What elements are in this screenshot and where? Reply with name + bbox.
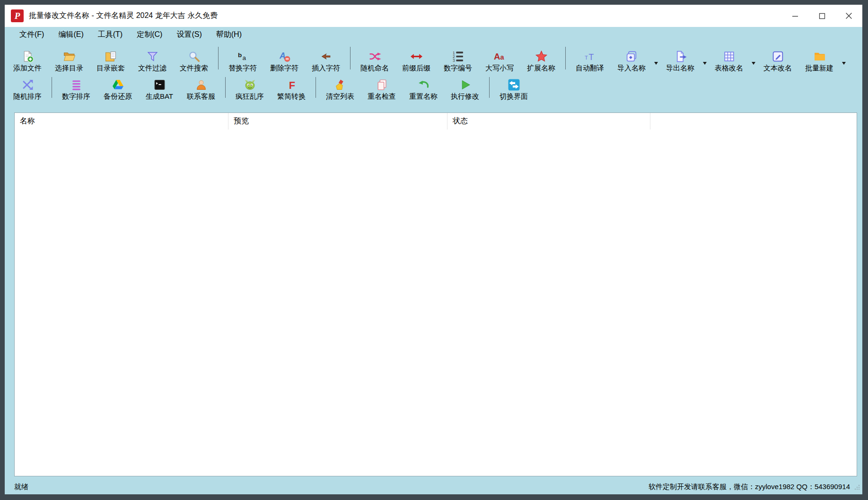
numbering-icon: 123 bbox=[452, 50, 465, 63]
toolbar-separator bbox=[218, 47, 219, 69]
replace-chars-icon: ba bbox=[237, 50, 249, 63]
dropdown-arrow-icon[interactable] bbox=[752, 62, 755, 67]
toolbar-button-contact-support[interactable]: 联系客服 bbox=[180, 74, 222, 102]
toolbar-button-traditional-simplified[interactable]: F繁简转换 bbox=[271, 74, 312, 102]
toolbar-button-export-names[interactable]: 导出名称 bbox=[659, 43, 701, 74]
toolbar-button-translate[interactable]: TT自动翻译 bbox=[569, 43, 611, 74]
menu-custom[interactable]: 定制(C) bbox=[130, 27, 169, 42]
toolbar-button-delete-chars[interactable]: A删除字符 bbox=[263, 43, 305, 74]
column-header-name[interactable]: 名称 bbox=[15, 113, 228, 129]
search-icon bbox=[188, 50, 201, 63]
delete-chars-icon: A bbox=[278, 50, 291, 63]
menu-settings[interactable]: 设置(S) bbox=[169, 27, 209, 42]
toolbar-button-duplicate-check[interactable]: 重名检查 bbox=[361, 74, 403, 102]
toolbar-button-numbering[interactable]: 123数字编号 bbox=[437, 43, 479, 74]
toolbar-button-add-file[interactable]: 添加文件 bbox=[7, 43, 48, 74]
toolbar-button-extension-star[interactable]: 扩展名称 bbox=[520, 43, 562, 74]
resize-grip[interactable] bbox=[853, 483, 860, 491]
toolbar-button-text-rename[interactable]: 文本改名 bbox=[757, 43, 798, 74]
toolbar-row-2: 随机排序数字排序备份还原生成BAT联系客服疯狂乱序F繁简转换清空列表重名检查重置… bbox=[7, 74, 862, 102]
prefix-suffix-icon bbox=[410, 50, 423, 63]
menu-file[interactable]: 文件(F) bbox=[12, 27, 51, 42]
toolbar-button-number-sort[interactable]: 数字排序 bbox=[55, 74, 97, 102]
toolbar-button-label: 联系客服 bbox=[187, 92, 215, 100]
toolbar-button-label: 自动翻译 bbox=[576, 64, 604, 72]
menu-help[interactable]: 帮助(H) bbox=[209, 27, 249, 42]
toolbar-button-label: 疯狂乱序 bbox=[236, 92, 264, 100]
toolbar-button-prefix-suffix[interactable]: 前缀后缀 bbox=[395, 43, 437, 74]
toolbar-separator bbox=[316, 77, 316, 98]
toolbar-button-label: 大写小写 bbox=[485, 64, 514, 72]
toolbar-button-open-folder[interactable]: 选择目录 bbox=[48, 43, 90, 74]
file-list: 名称预览状态 bbox=[14, 112, 857, 476]
toolbar-button-random-sort[interactable]: 随机排序 bbox=[7, 74, 48, 102]
toolbar-button-label: 删除字符 bbox=[270, 64, 298, 72]
toolbar-button-nested-folder[interactable]: 目录嵌套 bbox=[90, 43, 132, 74]
toolbar-row-1: 添加文件选择目录目录嵌套文件过滤文件搜索ba替换字符A删除字符插入字符随机命名前… bbox=[7, 43, 862, 74]
toolbar-button-letter-case[interactable]: Aa大写小写 bbox=[479, 43, 520, 74]
toolbar-separator bbox=[565, 47, 566, 69]
duplicate-check-icon bbox=[376, 78, 388, 91]
column-header-preview[interactable]: 预览 bbox=[228, 113, 447, 129]
title-bar: P 批量修改文件名称 - 文件名精灵 2024 龙年大吉 永久免费 bbox=[5, 5, 862, 27]
menu-edit[interactable]: 编辑(E) bbox=[51, 27, 90, 42]
svg-text:3: 3 bbox=[453, 58, 455, 63]
toolbar-button-batch-new-folder[interactable]: 批量新建 bbox=[798, 43, 840, 74]
minimize-icon bbox=[792, 13, 798, 19]
toolbar-button-insert-chars[interactable]: 插入字符 bbox=[305, 43, 347, 74]
toolbar-button-reset-names[interactable]: 重置名称 bbox=[403, 74, 444, 102]
toolbar-button-label: 数字排序 bbox=[62, 92, 90, 100]
toolbar-button-label: 文件过滤 bbox=[138, 64, 167, 72]
add-file-icon bbox=[21, 50, 34, 63]
toolbar-button-crazy-shuffle[interactable]: 疯狂乱序 bbox=[229, 74, 271, 102]
batch-new-folder-icon bbox=[813, 50, 826, 63]
close-icon bbox=[845, 12, 852, 19]
toolbar-button-import-names[interactable]: 导入名称 bbox=[611, 43, 652, 74]
maximize-icon bbox=[819, 13, 825, 19]
toolbar-button-label: 导出名称 bbox=[666, 64, 694, 72]
toolbar-button-search[interactable]: 文件搜索 bbox=[173, 43, 215, 74]
minimize-button[interactable] bbox=[781, 5, 808, 27]
toolbar-button-label: 目录嵌套 bbox=[96, 64, 125, 72]
dropdown-arrow-icon[interactable] bbox=[842, 62, 846, 67]
toolbar-button-clear-list[interactable]: 清空列表 bbox=[319, 74, 361, 102]
translate-icon: TT bbox=[584, 50, 596, 63]
app-logo-icon: P bbox=[11, 9, 24, 22]
svg-text:F: F bbox=[289, 79, 295, 91]
dropdown-arrow-icon[interactable] bbox=[654, 62, 658, 67]
toolbar-button-table-rename[interactable]: 表格改名 bbox=[708, 43, 750, 74]
toolbar-button-label: 重置名称 bbox=[409, 92, 438, 100]
window-title: 批量修改文件名称 - 文件名精灵 2024 龙年大吉 永久免费 bbox=[29, 11, 218, 21]
menu-tools[interactable]: 工具(T) bbox=[91, 27, 130, 42]
toolbar-button-backup-restore[interactable]: 备份还原 bbox=[97, 74, 139, 102]
svg-text:A: A bbox=[494, 52, 500, 61]
menu-bar: 文件(F)编辑(E)工具(T)定制(C)设置(S)帮助(H) bbox=[5, 27, 862, 43]
toolbar-separator bbox=[350, 47, 351, 69]
toolbar-button-label: 数字编号 bbox=[444, 64, 472, 72]
toolbar-button-label: 繁简转换 bbox=[277, 92, 306, 100]
toolbar-button-generate-bat[interactable]: 生成BAT bbox=[139, 74, 180, 102]
file-list-header: 名称预览状态 bbox=[15, 113, 857, 129]
toolbar-separator bbox=[52, 77, 52, 98]
toolbar-button-label: 插入字符 bbox=[312, 64, 340, 72]
close-button[interactable] bbox=[835, 5, 862, 27]
toolbar-button-switch-ui[interactable]: 切换界面 bbox=[493, 74, 535, 102]
toolbar-button-filter[interactable]: 文件过滤 bbox=[132, 43, 173, 74]
toolbar-button-execute[interactable]: 执行修改 bbox=[444, 74, 486, 102]
toolbar: 添加文件选择目录目录嵌套文件过滤文件搜索ba替换字符A删除字符插入字符随机命名前… bbox=[5, 43, 862, 102]
execute-icon bbox=[459, 78, 472, 91]
toolbar-button-label: 选择目录 bbox=[55, 64, 83, 72]
clear-list-icon bbox=[334, 78, 347, 91]
toolbar-button-random-name[interactable]: 随机命名 bbox=[354, 43, 395, 74]
maximize-button[interactable] bbox=[808, 5, 835, 27]
column-header-status[interactable]: 状态 bbox=[447, 113, 650, 129]
dropdown-arrow-icon[interactable] bbox=[703, 62, 707, 67]
random-sort-icon bbox=[21, 78, 34, 91]
toolbar-button-label: 批量新建 bbox=[805, 64, 833, 72]
toolbar-button-replace-chars[interactable]: ba替换字符 bbox=[222, 43, 263, 74]
file-list-body[interactable] bbox=[15, 129, 857, 476]
toolbar-button-label: 替换字符 bbox=[228, 64, 257, 72]
column-header-filler bbox=[650, 113, 857, 129]
status-contact-info: 软件定制开发请联系客服，微信：zyylove1982 QQ：543690914 bbox=[649, 483, 850, 491]
toolbar-button-label: 切换界面 bbox=[500, 92, 528, 100]
